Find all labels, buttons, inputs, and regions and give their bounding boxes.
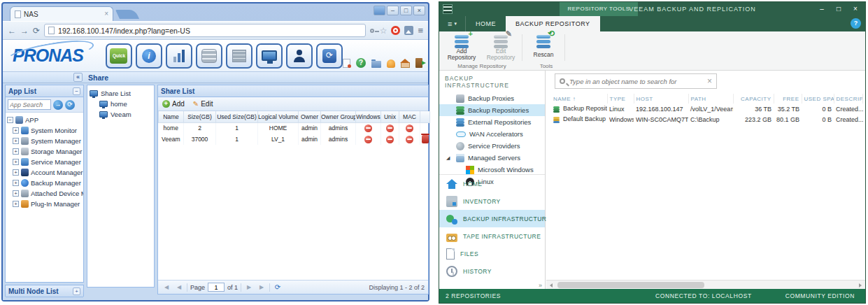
minimize-button[interactable]: – bbox=[813, 2, 830, 16]
scroll-right-icon[interactable] bbox=[859, 283, 862, 288]
expander-icon[interactable]: + bbox=[13, 138, 19, 144]
scroll-left-icon[interactable] bbox=[550, 283, 553, 288]
tree-item-external-repositories[interactable]: External Repositories bbox=[439, 116, 545, 128]
tab-close-icon[interactable]: × bbox=[104, 10, 108, 17]
col-owner[interactable]: Owner bbox=[299, 111, 321, 122]
col-logical-volume[interactable]: Logical Volume bbox=[258, 111, 299, 122]
storage-manager-button[interactable] bbox=[196, 43, 222, 69]
edit-button[interactable]: ✎ Edit bbox=[193, 100, 213, 108]
nav-files[interactable]: FILES bbox=[439, 245, 545, 262]
system-monitor-button[interactable] bbox=[166, 43, 192, 69]
mac-disabled-icon[interactable] bbox=[406, 125, 413, 132]
tree-item-service-providers[interactable]: Service Providers bbox=[439, 140, 545, 152]
last-page-icon[interactable]: ▶ bbox=[257, 284, 266, 290]
backup-manager-button[interactable]: ⟳ bbox=[316, 43, 343, 69]
col-host[interactable]: Host bbox=[634, 94, 688, 104]
col-path[interactable]: Path bbox=[688, 94, 733, 104]
first-page-icon[interactable]: ◀ bbox=[162, 284, 171, 290]
app-search-refresh-icon[interactable]: ⟳ bbox=[65, 100, 75, 110]
service-manager-button[interactable] bbox=[256, 43, 283, 69]
system-log-icon[interactable] bbox=[343, 59, 350, 68]
tree-item-managed-servers[interactable]: ◢ Managed Servers bbox=[439, 152, 545, 164]
back-icon[interactable]: ← bbox=[8, 27, 16, 35]
col-description[interactable]: Descrip... bbox=[834, 94, 863, 104]
unix-disabled-icon[interactable] bbox=[386, 136, 394, 143]
expand-panel-icon[interactable]: + bbox=[73, 288, 80, 295]
home-icon[interactable] bbox=[401, 62, 410, 68]
delete-icon[interactable] bbox=[422, 135, 429, 143]
collapse-sidebar-icon[interactable]: « bbox=[73, 73, 83, 82]
nav-history[interactable]: HISTORY bbox=[439, 262, 545, 280]
help-icon[interactable]: ? bbox=[356, 58, 366, 68]
expander-icon[interactable]: + bbox=[13, 190, 19, 197]
new-tab-button[interactable] bbox=[115, 10, 139, 19]
expander-icon[interactable]: ◢ bbox=[446, 155, 450, 161]
nav-inventory[interactable]: INVENTORY bbox=[439, 192, 545, 210]
windows-disabled-icon[interactable] bbox=[364, 125, 372, 132]
multi-node-header[interactable]: Multi Node List + bbox=[6, 285, 83, 297]
expander-icon[interactable]: + bbox=[13, 180, 19, 186]
share-tree-item-veeam[interactable]: Veeam bbox=[99, 109, 152, 120]
browser-menu-icon[interactable]: ≡ bbox=[418, 25, 423, 36]
file-manager-icon[interactable] bbox=[371, 61, 381, 68]
next-page-icon[interactable]: ▶ bbox=[244, 284, 254, 290]
maximize-button[interactable]: □ bbox=[400, 6, 412, 15]
expander-icon[interactable]: + bbox=[13, 201, 19, 207]
expander-icon[interactable]: − bbox=[7, 117, 13, 123]
rescan-button[interactable]: ⟲ Rescan bbox=[524, 33, 563, 61]
account-manager-button[interactable] bbox=[286, 43, 313, 69]
col-used-space[interactable]: Used Spa... bbox=[802, 94, 834, 104]
nav-home[interactable]: HOME bbox=[439, 175, 545, 192]
extension-image-icon[interactable] bbox=[404, 26, 413, 35]
url-field[interactable]: 192.168.100.147/index.php?lang=en-US bbox=[44, 24, 366, 37]
tree-item-storage-manager[interactable]: + Storage Manager bbox=[13, 146, 82, 157]
expander-icon[interactable]: + bbox=[13, 148, 19, 155]
unix-disabled-icon[interactable] bbox=[386, 125, 394, 132]
horizontal-scrollbar[interactable] bbox=[546, 280, 865, 289]
nav-backup-infrastructure[interactable]: BACKUP INFRASTRUCTURE bbox=[439, 210, 545, 227]
browser-tab[interactable]: NAS × bbox=[10, 6, 113, 21]
tree-item-backup-manager[interactable]: + Backup Manager bbox=[13, 178, 82, 188]
close-button[interactable]: × bbox=[413, 6, 425, 15]
expander-icon[interactable]: + bbox=[13, 127, 19, 134]
add-button[interactable]: + Add bbox=[162, 100, 185, 108]
profile-button[interactable] bbox=[373, 6, 385, 15]
page-input[interactable] bbox=[208, 283, 225, 292]
share-tree-item-home[interactable]: home bbox=[99, 99, 152, 109]
search-box[interactable]: × bbox=[555, 73, 717, 89]
tree-item-app-root[interactable]: − APP bbox=[7, 115, 82, 125]
clear-search-icon[interactable]: × bbox=[707, 77, 712, 85]
scrollbar-thumb[interactable] bbox=[557, 282, 704, 288]
nav-tape-infrastructure[interactable]: TAPE INFRASTRUCTURE bbox=[439, 227, 545, 245]
windows-disabled-icon[interactable] bbox=[364, 136, 372, 143]
col-size[interactable]: Size(GB) bbox=[184, 111, 216, 122]
close-button[interactable]: × bbox=[847, 2, 864, 16]
system-info-button[interactable]: i bbox=[136, 43, 162, 69]
bookmark-star-icon[interactable]: ☆ bbox=[380, 27, 387, 35]
logout-icon[interactable] bbox=[415, 58, 422, 68]
col-name[interactable]: Name bbox=[159, 111, 184, 122]
table-row[interactable]: Veeam 37000 1 LV_1 admin admins bbox=[159, 134, 430, 145]
col-owner-group[interactable]: Owner Group bbox=[321, 111, 356, 122]
minimize-button[interactable]: – bbox=[387, 6, 399, 15]
main-menu-button[interactable]: ≡ ▾ bbox=[439, 16, 466, 31]
app-search-input[interactable] bbox=[8, 99, 51, 110]
table-row[interactable]: home 2 1 HOME admin admins bbox=[159, 122, 430, 134]
quick-wizard-button[interactable]: Quick bbox=[106, 43, 132, 69]
refresh-icon[interactable]: ⟳ bbox=[273, 283, 283, 291]
key-icon[interactable] bbox=[370, 29, 374, 33]
tree-item-backup-proxies[interactable]: Backup Proxies bbox=[439, 92, 545, 104]
prev-page-icon[interactable]: ◀ bbox=[174, 284, 184, 290]
tree-item-backup-repositories[interactable]: Backup Repositories bbox=[439, 104, 545, 116]
col-capacity[interactable]: Capacity bbox=[733, 94, 774, 104]
share-tree-root[interactable]: Share List bbox=[90, 88, 152, 99]
tree-item-system-manager[interactable]: + System Manager bbox=[13, 136, 82, 146]
maximize-button[interactable]: □ bbox=[830, 2, 847, 16]
alert-icon[interactable] bbox=[387, 59, 395, 68]
tree-item-wan-accelerators[interactable]: WAN Accelerators bbox=[439, 128, 545, 140]
nav-more-icon[interactable]: » bbox=[539, 282, 542, 289]
collapse-panel-icon[interactable]: − bbox=[73, 87, 80, 95]
col-mac[interactable]: MAC bbox=[399, 111, 420, 122]
app-search-go-icon[interactable]: → bbox=[53, 100, 63, 110]
table-row[interactable]: Default Backup Repo... Windows WIN-SC0CA… bbox=[551, 114, 863, 125]
